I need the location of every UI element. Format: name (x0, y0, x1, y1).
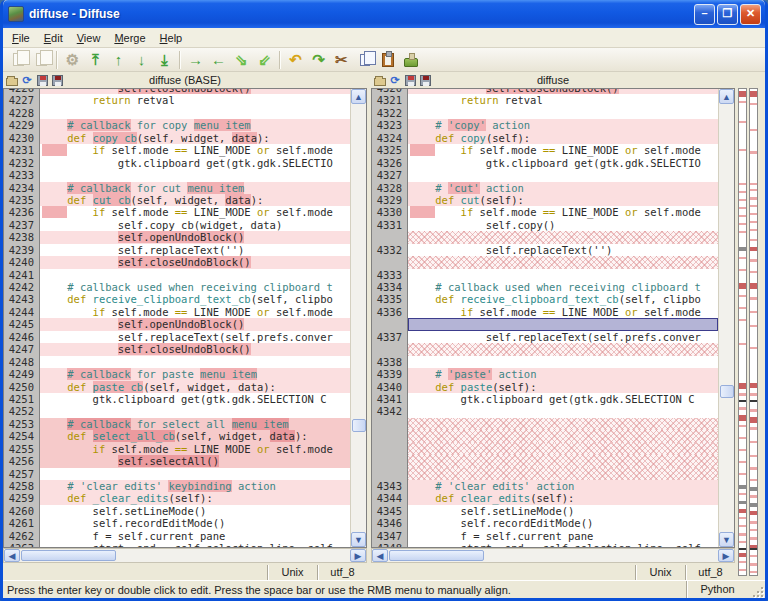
realign-all-icon[interactable]: ⚙ (61, 49, 84, 71)
code-line[interactable]: 4260 self.setLineMode() (4, 505, 350, 517)
merge-from-left-icon[interactable]: ⇘ (230, 49, 253, 71)
scroll-down-icon[interactable]: ▼ (719, 532, 734, 547)
alignment-gap-row[interactable] (372, 343, 718, 355)
alignment-gap-row[interactable] (372, 418, 718, 430)
code-line[interactable]: 4249 # callback for paste menu item (4, 368, 350, 380)
code-line[interactable]: 4325 if self.mode == LINE_MODE or self.m… (372, 144, 718, 156)
code-line[interactable]: 4253 # callback for select all menu item (4, 418, 350, 430)
redo-icon[interactable]: ↷ (307, 49, 330, 71)
code-line[interactable]: 4327 (372, 169, 718, 181)
code-line[interactable]: 4348 start, end = self.selection_line, s… (372, 542, 718, 547)
code-line[interactable]: 4263 start, end = self.selection_line, s… (4, 542, 350, 547)
code-line[interactable]: 4243 def receive_clipboard_text_cb(self,… (4, 293, 350, 305)
scroll-left-icon[interactable]: ◀ (372, 549, 388, 562)
scrollbar-thumb[interactable] (720, 385, 734, 398)
diff-map[interactable] (735, 88, 765, 580)
code-line[interactable]: 4341 gtk.clipboard_get(gtk.gdk.SELECTION… (372, 393, 718, 405)
close-button[interactable]: ✕ (740, 4, 761, 25)
code-line[interactable]: 4258 # 'clear_edits' keybinding action (4, 480, 350, 492)
code-line[interactable]: 4324 def copy(self): (372, 132, 718, 144)
code-line[interactable]: 4248 (4, 356, 350, 368)
new-2way-merge-icon[interactable] (7, 49, 30, 71)
maximize-button[interactable]: ❒ (717, 4, 738, 25)
code-line[interactable]: 4235 def cut_cb(self, widget, data): (4, 194, 350, 206)
code-line[interactable]: 4251 gtk.clipboard_get(gtk.gdk.SELECTION… (4, 393, 350, 405)
code-line[interactable]: 4261 self.recordEditMode() (4, 517, 350, 529)
alignment-gap-row[interactable] (372, 256, 718, 268)
scroll-left-icon[interactable]: ◀ (4, 549, 20, 562)
code-line[interactable]: 4231 if self.mode == LINE_MODE or self.m… (4, 144, 350, 156)
code-line[interactable]: 4342 (372, 405, 718, 417)
minimize-button[interactable]: – (694, 4, 715, 25)
scroll-up-icon[interactable]: ▲ (719, 89, 734, 104)
diff-map-left-column[interactable] (738, 88, 747, 576)
code-line[interactable]: 4227 return retval (4, 94, 350, 106)
scroll-down-icon[interactable]: ▼ (351, 532, 366, 547)
code-line[interactable]: 4345 self.setLineMode() (372, 505, 718, 517)
resize-grip[interactable] (750, 584, 764, 598)
merge-from-right-icon[interactable]: ⇙ (253, 49, 276, 71)
code-line[interactable]: 4262 f = self.current_pane (4, 530, 350, 542)
code-line[interactable]: 4339 # 'paste' action (372, 368, 718, 380)
alignment-gap-row[interactable] (372, 231, 718, 243)
menu-merge[interactable]: Merge (107, 30, 152, 46)
left-vertical-scrollbar[interactable]: ▲ ▼ (350, 89, 366, 547)
alignment-gap-row[interactable] (372, 455, 718, 467)
code-line[interactable]: 4230 def copy_cb(self, widget, data): (4, 132, 350, 144)
code-line[interactable]: 4331 self.copy() (372, 219, 718, 231)
menu-file[interactable]: File (5, 30, 37, 46)
copy-selection-left-icon[interactable]: ← (207, 49, 230, 71)
code-line[interactable]: 4242 # callback used when receiving clip… (4, 281, 350, 293)
cut-icon[interactable]: ✂ (330, 49, 353, 71)
code-line[interactable]: 4323 # 'copy' action (372, 119, 718, 131)
clear-edits-icon[interactable] (399, 49, 422, 71)
code-line[interactable]: 4239 self.replaceText('') (4, 244, 350, 256)
code-line[interactable]: 4332 self.replaceText('') (372, 244, 718, 256)
code-line[interactable]: 4337 self.replaceText(self.prefs.conver (372, 331, 718, 343)
code-line[interactable]: 4246 self.replaceText(self.prefs.conver (4, 331, 350, 343)
code-line[interactable]: 4334 # callback used when receiving clip… (372, 281, 718, 293)
code-line[interactable]: 4328 # 'cut' action (372, 182, 718, 194)
code-line[interactable]: 4245 self.openUndoBlock() (4, 318, 350, 330)
scrollbar-thumb[interactable] (21, 550, 116, 561)
code-line[interactable]: 4244 if self.mode == LINE_MODE or self.m… (4, 306, 350, 318)
code-line[interactable]: 4232 gtk.clipboard_get(gtk.gdk.SELECTIO (4, 157, 350, 169)
code-line[interactable]: 4259 def _clear_edits(self): (4, 492, 350, 504)
code-line[interactable]: 4329 def cut(self): (372, 194, 718, 206)
code-line[interactable]: 4340 def paste(self): (372, 381, 718, 393)
code-line[interactable]: 4343 # 'clear_edits' action (372, 480, 718, 492)
code-line[interactable]: 4257 (4, 468, 350, 480)
scroll-right-icon[interactable]: ▶ (718, 549, 734, 562)
alignment-gap-row[interactable] (372, 468, 718, 480)
paste-icon[interactable] (376, 49, 399, 71)
new-3way-merge-icon[interactable] (30, 49, 53, 71)
code-line[interactable]: 4333 (372, 269, 718, 281)
code-line[interactable]: 4255 if self.mode == LINE_MODE or self.m… (4, 443, 350, 455)
left-code-view[interactable]: 4226 self.closeUndoBlock()4227 return re… (4, 89, 350, 547)
code-line[interactable]: 4254 def select_all_cb(self, widget, dat… (4, 430, 350, 442)
code-line[interactable]: 4237 self.copy_cb(widget, data) (4, 219, 350, 231)
code-line[interactable]: 4240 self.closeUndoBlock() (4, 256, 350, 268)
alignment-gap-row[interactable] (372, 430, 718, 442)
scroll-right-icon[interactable]: ▶ (350, 549, 366, 562)
code-line[interactable]: 4252 (4, 405, 350, 417)
undo-icon[interactable]: ↶ (284, 49, 307, 71)
last-difference-icon[interactable]: ⤓ (153, 49, 176, 71)
selected-gap-row[interactable] (372, 318, 718, 330)
first-difference-icon[interactable]: ⤒ (84, 49, 107, 71)
next-difference-icon[interactable]: ↓ (130, 49, 153, 71)
code-line[interactable]: 4228 (4, 107, 350, 119)
code-line[interactable]: 4330 if self.mode == LINE_MODE or self.m… (372, 206, 718, 218)
code-line[interactable]: 4247 self.closeUndoBlock() (4, 343, 350, 355)
right-horizontal-scrollbar[interactable]: ◀ ▶ (371, 548, 735, 563)
menu-view[interactable]: View (70, 30, 108, 46)
code-line[interactable]: 4233 (4, 169, 350, 181)
code-line[interactable]: 4238 self.openUndoBlock() (4, 231, 350, 243)
menu-edit[interactable]: Edit (37, 30, 70, 46)
left-horizontal-scrollbar[interactable]: ◀ ▶ (3, 548, 367, 563)
code-line[interactable]: 4250 def paste_cb(self, widget, data): (4, 381, 350, 393)
code-line[interactable]: 4236 if self.mode == LINE_MODE or self.m… (4, 206, 350, 218)
menu-help[interactable]: Help (153, 30, 190, 46)
scroll-up-icon[interactable]: ▲ (351, 89, 366, 104)
right-code-view[interactable]: 4320 self.closeUndoBlock()4321 return re… (372, 89, 718, 547)
